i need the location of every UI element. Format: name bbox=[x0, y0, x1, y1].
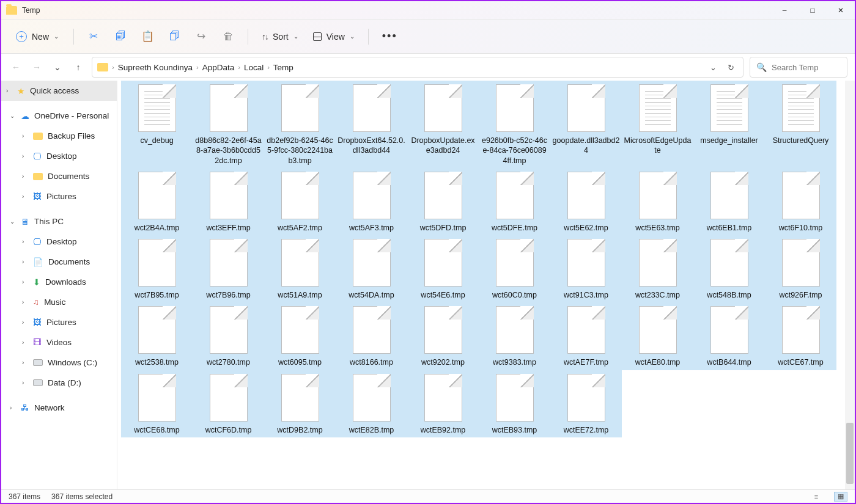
breadcrumb-segment[interactable]: AppData bbox=[202, 63, 235, 72]
file-item[interactable]: wct54E6.tmp bbox=[407, 235, 479, 302]
file-item[interactable]: cv_debug bbox=[121, 81, 193, 168]
file-item[interactable]: wctEB93.tmp bbox=[479, 370, 550, 437]
sidebar-label: Desktop bbox=[46, 152, 77, 161]
file-item[interactable]: wctE82B.tmp bbox=[336, 370, 407, 437]
close-button[interactable]: ✕ bbox=[827, 1, 855, 20]
file-item[interactable]: wct5DFD.tmp bbox=[407, 168, 479, 235]
file-name: wct2538.tmp bbox=[135, 357, 179, 367]
paste-button[interactable]: 📋 bbox=[135, 26, 160, 48]
sidebar-onedrive[interactable]: ⌄ ☁ OneDrive - Personal bbox=[1, 106, 117, 126]
sidebar-item-videos[interactable]: ›🎞Videos bbox=[1, 332, 117, 352]
sidebar-item-desktop[interactable]: ›🖵Desktop bbox=[1, 146, 117, 166]
file-item[interactable]: d8b86c82-2e6f-45a8-a7ae-3b6b0cdd52dc.tmp bbox=[193, 81, 264, 168]
more-button[interactable]: ••• bbox=[376, 30, 404, 43]
sidebar-item-backup[interactable]: ›Backup Files bbox=[1, 126, 117, 146]
file-pane[interactable]: cv_debugd8b86c82-2e6f-45a8-a7ae-3b6b0cdd… bbox=[117, 81, 855, 489]
file-item[interactable]: DropboxUpdate.exe3adbd24 bbox=[407, 81, 479, 168]
forward-button[interactable]: → bbox=[29, 60, 44, 75]
file-item[interactable]: MicrosoftEdgeUpdate bbox=[622, 81, 693, 168]
file-item[interactable]: wct51A9.tmp bbox=[264, 235, 336, 302]
new-button[interactable]: + New ⌄ bbox=[9, 27, 66, 46]
sidebar-item-pictures[interactable]: ›🖼Pictures bbox=[1, 312, 117, 332]
file-item[interactable]: StructuredQuery bbox=[765, 81, 836, 168]
file-item[interactable]: wctD9B2.tmp bbox=[264, 370, 336, 437]
file-item[interactable]: wct54DA.tmp bbox=[336, 235, 407, 302]
file-item[interactable]: wctAE7F.tmp bbox=[550, 302, 622, 370]
refresh-button[interactable]: ↻ bbox=[724, 63, 738, 72]
minimize-button[interactable]: – bbox=[770, 1, 799, 20]
sidebar-label: Quick access bbox=[30, 86, 79, 95]
file-item[interactable]: wctCF6D.tmp bbox=[193, 370, 264, 437]
file-item[interactable]: wct5AF2.tmp bbox=[264, 168, 336, 235]
file-item[interactable]: wct5E63.tmp bbox=[622, 168, 693, 235]
sidebar-item-c-drive[interactable]: ›Windows (C:) bbox=[1, 352, 117, 373]
breadcrumb-segment[interactable]: Local bbox=[244, 63, 264, 72]
back-button[interactable]: ← bbox=[9, 60, 23, 75]
addr-chevron-down-icon[interactable]: ⌄ bbox=[706, 63, 720, 72]
icons-view-button[interactable]: ▦ bbox=[834, 492, 847, 502]
sidebar-item-downloads[interactable]: ›⬇Downloads bbox=[1, 272, 117, 292]
file-item[interactable]: wctCE67.tmp bbox=[765, 302, 836, 370]
file-item[interactable]: wct2538.tmp bbox=[121, 302, 193, 370]
file-item[interactable]: wct548B.tmp bbox=[693, 235, 765, 302]
chevron-down-icon: ⌄ bbox=[350, 33, 355, 40]
file-item[interactable]: wct3EFF.tmp bbox=[193, 168, 264, 235]
details-view-button[interactable]: ≡ bbox=[810, 492, 823, 502]
delete-button[interactable]: 🗑 bbox=[216, 26, 240, 48]
sidebar-item-documents[interactable]: ›📄Documents bbox=[1, 252, 117, 272]
share-button[interactable]: ↪ bbox=[189, 26, 213, 48]
search-box[interactable]: 🔍 bbox=[750, 57, 847, 78]
sidebar-item-pictures[interactable]: ›🖼Pictures bbox=[1, 186, 117, 206]
file-item[interactable]: msedge_installer bbox=[693, 81, 765, 168]
breadcrumb-segment[interactable]: Temp bbox=[273, 63, 293, 72]
vertical-scrollbar[interactable] bbox=[845, 81, 855, 489]
scroll-thumb[interactable] bbox=[846, 423, 854, 484]
file-item[interactable]: wct6095.tmp bbox=[264, 302, 336, 370]
file-item[interactable]: wctEB92.tmp bbox=[407, 370, 479, 437]
file-item[interactable]: wct9202.tmp bbox=[407, 302, 479, 370]
address-bar[interactable]: › Supreeth Koundinya › AppData › Local ›… bbox=[92, 57, 743, 78]
file-item[interactable]: wct60C0.tmp bbox=[479, 235, 550, 302]
file-item[interactable]: wct2780.tmp bbox=[193, 302, 264, 370]
sidebar-item-documents[interactable]: ›Documents bbox=[1, 166, 117, 186]
sidebar-quick-access[interactable]: › ★ Quick access bbox=[1, 81, 117, 101]
file-item[interactable]: wct91C3.tmp bbox=[550, 235, 622, 302]
file-item[interactable]: wct7B95.tmp bbox=[121, 235, 193, 302]
breadcrumb-segment[interactable]: Supreeth Koundinya bbox=[118, 63, 193, 72]
folder-icon bbox=[33, 173, 43, 180]
file-item[interactable]: wctB644.tmp bbox=[693, 302, 765, 370]
file-item[interactable]: wct7B96.tmp bbox=[193, 235, 264, 302]
file-item[interactable]: wct6EB1.tmp bbox=[693, 168, 765, 235]
rename-button[interactable]: 🗍 bbox=[162, 26, 186, 48]
file-item[interactable]: wct8166.tmp bbox=[336, 302, 407, 370]
search-input[interactable] bbox=[772, 63, 841, 72]
file-item[interactable]: wct5DFE.tmp bbox=[479, 168, 550, 235]
recent-chevron[interactable]: ⌄ bbox=[50, 60, 65, 75]
up-button[interactable]: ↑ bbox=[71, 60, 86, 75]
file-item[interactable]: goopdate.dll3adbd24 bbox=[550, 81, 622, 168]
sidebar-item-d-drive[interactable]: ›Data (D:) bbox=[1, 373, 117, 393]
sidebar-network[interactable]: › 🖧 Network bbox=[1, 398, 117, 418]
view-button[interactable]: View ⌄ bbox=[307, 28, 361, 45]
sidebar-item-music[interactable]: ›♫Music bbox=[1, 292, 117, 312]
file-item[interactable]: wctEE72.tmp bbox=[550, 370, 622, 437]
file-item[interactable]: DropboxExt64.52.0.dll3adbd44 bbox=[336, 81, 407, 168]
maximize-button[interactable]: □ bbox=[799, 1, 827, 20]
sidebar-item-desktop[interactable]: ›🖵Desktop bbox=[1, 232, 117, 252]
copy-button[interactable]: 🗐 bbox=[108, 26, 133, 48]
file-item[interactable]: wct2B4A.tmp bbox=[121, 168, 193, 235]
cut-button[interactable]: ✂ bbox=[81, 26, 106, 48]
file-item[interactable]: e926b0fb-c52c-46ce-84ca-76ce060894ff.tmp bbox=[479, 81, 550, 168]
file-name: wct2780.tmp bbox=[207, 357, 250, 367]
file-item[interactable]: wct5AF3.tmp bbox=[336, 168, 407, 235]
file-item[interactable]: wctCE68.tmp bbox=[121, 370, 193, 437]
file-item[interactable]: wct5E62.tmp bbox=[550, 168, 622, 235]
file-item[interactable]: wct6F10.tmp bbox=[765, 168, 836, 235]
file-item[interactable]: wct9383.tmp bbox=[479, 302, 550, 370]
sort-button[interactable]: ↑↓ Sort ⌄ bbox=[256, 28, 304, 45]
file-item[interactable]: wct233C.tmp bbox=[622, 235, 693, 302]
file-item[interactable]: wctAE80.tmp bbox=[622, 302, 693, 370]
sidebar-this-pc[interactable]: ⌄ 🖥 This PC bbox=[1, 211, 117, 232]
file-item[interactable]: db2ef92b-6245-46c5-9fcc-380c2241bab3.tmp bbox=[264, 81, 336, 168]
file-item[interactable]: wct926F.tmp bbox=[765, 235, 836, 302]
